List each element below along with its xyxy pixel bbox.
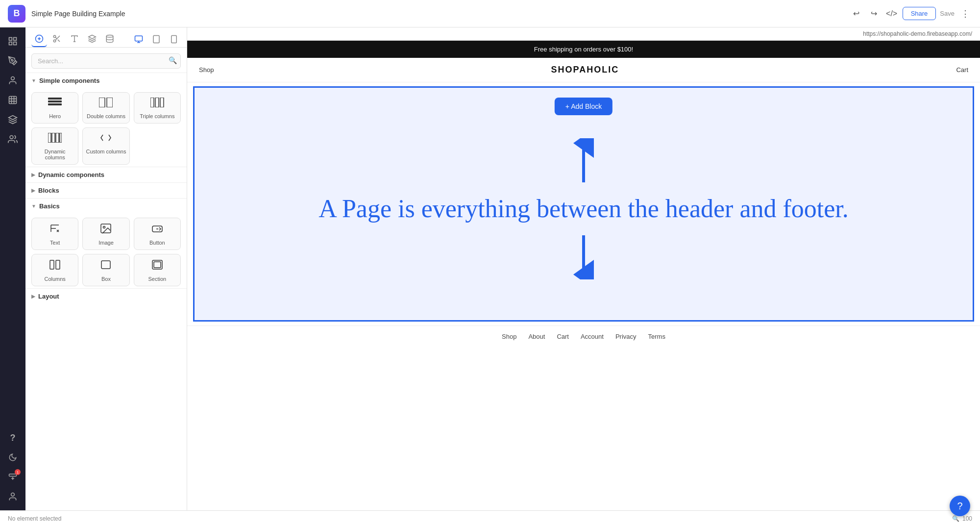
sidebar-item-user[interactable] [4,72,22,89]
footer-terms[interactable]: Terms [648,333,665,340]
custom-columns-icon [99,133,113,146]
annotation-container: A Page is everything between the header … [195,109,973,299]
page-area: + Add Block A Page is everything betwe [193,86,974,322]
tab-scissors[interactable] [49,31,65,47]
canvas-area: https://shopaholic-demo.firebaseapp.com/… [187,27,980,510]
sidebar-item-users[interactable] [4,130,22,148]
viewport-mobile[interactable] [167,32,181,46]
svg-point-4 [12,60,13,61]
site-nav-left[interactable]: Shop [199,66,214,74]
section-header-blocks[interactable]: ▶ Blocks [25,182,187,198]
hero-icon [48,98,62,110]
viewport-tablet[interactable] [149,32,163,46]
component-image[interactable]: Image [82,218,129,250]
svg-rect-33 [48,98,62,100]
double-columns-icon [99,98,113,110]
button-icon [151,223,163,237]
component-text[interactable]: Text [31,218,78,250]
redo-button[interactable]: ↪ [867,7,881,21]
svg-rect-37 [107,98,113,107]
chevron-right-icon-3: ▶ [31,294,35,299]
section-dynamic-components: ▶ Dynamic components [25,167,187,182]
component-button[interactable]: Button [134,218,181,250]
search-button[interactable]: 🔍 [169,56,177,64]
svg-rect-53 [56,260,60,269]
app-logo: B [8,5,25,23]
section-header-dynamic-components[interactable]: ▶ Dynamic components [25,167,187,182]
chevron-right-icon: ▶ [31,172,35,177]
chevron-down-icon-2: ▼ [31,203,36,209]
svg-marker-24 [89,35,96,39]
site-nav: Shop SHOPAHOLIC Cart [187,58,980,82]
sidebar-item-help[interactable]: ? [4,429,22,447]
component-hero[interactable]: Hero [31,92,78,124]
svg-rect-48 [101,224,111,233]
columns-icon [49,259,61,273]
section-header-layout[interactable]: ▶ Layout [25,288,187,304]
viewport-icons [132,32,181,46]
viewport-desktop[interactable] [132,32,146,46]
arrow-down-icon [564,230,603,279]
code-button[interactable]: </> [885,7,899,21]
sidebar-item-pen[interactable] [4,52,22,70]
undo-button[interactable]: ↩ [850,7,863,21]
help-fab[interactable]: ? [950,496,970,516]
svg-rect-1 [14,38,17,41]
save-button[interactable]: Save [940,10,955,17]
annotation-text: A Page is everything between the header … [309,187,858,230]
more-button[interactable]: ⋮ [958,7,972,21]
add-block-button[interactable]: + Add Block [555,98,612,115]
component-double-columns[interactable]: Double columns [82,92,129,124]
search-bar: 🔍 [25,48,187,73]
component-triple-columns[interactable]: Triple columns [134,92,181,124]
component-box[interactable]: Box [82,254,129,286]
dynamic-columns-icon [48,133,62,146]
component-dynamic-columns[interactable]: Dynamic columns [31,127,78,165]
svg-rect-54 [101,261,110,269]
share-button[interactable]: Share [903,7,936,20]
zoom-value: 100 [962,515,972,522]
sidebar-item-announce[interactable]: 1 [4,468,22,486]
section-header-simple-components[interactable]: ▼ Simple components [25,73,187,88]
svg-rect-41 [48,133,51,143]
component-section[interactable]: Section [134,254,181,286]
tab-text[interactable] [67,31,82,47]
svg-rect-26 [135,36,143,41]
sidebar-item-elements[interactable] [4,32,22,50]
url-bar: https://shopaholic-demo.firebaseapp.com/ [187,27,980,41]
tab-layers[interactable] [84,31,100,47]
section-icon [151,259,163,273]
basics-grid: Text Image [25,214,187,288]
topbar: B Simple Page Building Example ↩ ↪ </> S… [0,0,980,27]
site-nav-right[interactable]: Cart [956,66,968,74]
footer-privacy[interactable]: Privacy [615,333,637,340]
section-header-basics[interactable]: ▼ Basics [25,198,187,214]
svg-rect-42 [52,133,55,143]
component-columns[interactable]: Columns [31,254,78,286]
footer-account[interactable]: Account [581,333,604,340]
footer-cart[interactable]: Cart [557,333,569,340]
search-input[interactable] [31,53,181,69]
sidebar-item-profile[interactable] [4,488,22,505]
component-custom-columns[interactable]: Custom columns [82,127,129,165]
sidebar-item-layers[interactable] [4,111,22,128]
svg-line-20 [58,40,60,42]
tab-elements[interactable] [31,31,47,47]
toolbar-tabs [25,27,187,48]
svg-rect-36 [99,98,105,107]
section-blocks: ▶ Blocks [25,182,187,198]
svg-rect-44 [60,133,62,143]
svg-point-12 [10,136,13,139]
svg-rect-43 [56,133,59,143]
url-text: https://shopaholic-demo.firebaseapp.com/ [863,30,972,37]
sidebar-item-grid[interactable] [4,91,22,109]
footer-about[interactable]: About [528,333,545,340]
main-layout: ? 1 [0,27,980,510]
sidebar-item-moon[interactable] [4,449,22,466]
simple-components-grid: Hero Double columns [25,88,187,167]
svg-rect-52 [50,260,54,269]
tab-data[interactable] [102,31,118,47]
svg-point-17 [53,35,56,38]
svg-rect-40 [160,98,164,107]
footer-shop[interactable]: Shop [502,333,516,340]
